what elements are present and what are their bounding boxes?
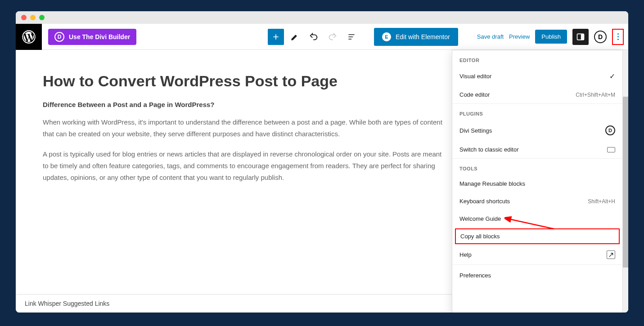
close-window-button[interactable] — [21, 15, 27, 20]
divi-icon: D — [54, 32, 64, 42]
document-overview-button[interactable] — [343, 29, 360, 45]
link-whisper-panel[interactable]: Link Whisper Suggested Links — [16, 294, 454, 313]
minimize-window-button[interactable] — [30, 15, 36, 20]
undo-button[interactable] — [306, 29, 322, 45]
elementor-button[interactable]: E Edit with Elementor — [374, 28, 458, 46]
menu-item-switch-classic[interactable]: Switch to classic editor — [452, 141, 622, 158]
more-options-button[interactable] — [612, 29, 624, 45]
menu-shortcut: Shift+Alt+H — [588, 198, 615, 205]
menu-item-label: Preferences — [459, 272, 491, 279]
undo-icon — [309, 32, 319, 42]
post-paragraph[interactable]: When working with WordPress, it's import… — [43, 116, 448, 140]
menu-section-editor: EDITOR — [452, 50, 622, 67]
redo-icon — [328, 32, 338, 42]
link-whisper-label: Link Whisper Suggested Links — [25, 300, 109, 307]
browser-window: D Use The Divi Builder E Edit with Ele — [16, 11, 628, 313]
menu-item-welcome-guide[interactable]: Welcome Guide — [452, 210, 622, 228]
window-titlebar — [16, 11, 628, 24]
maximize-window-button[interactable] — [39, 15, 45, 20]
menu-item-code-editor[interactable]: Code editor Ctrl+Shift+Alt+M — [452, 86, 622, 103]
edit-mode-button[interactable] — [287, 29, 303, 45]
menu-section-plugins: PLUGINS — [452, 104, 622, 120]
right-tools: Save draft Preview Publish D — [477, 29, 624, 45]
keyboard-icon — [607, 147, 615, 152]
settings-panel-button[interactable] — [572, 29, 589, 45]
svg-rect-2 — [581, 34, 584, 40]
kebab-dot — [617, 39, 619, 40]
menu-item-label: Code editor — [459, 91, 490, 98]
menu-section-tools: TOOLS — [452, 159, 622, 175]
menu-shortcut: Ctrl+Shift+Alt+M — [576, 92, 615, 98]
publish-button[interactable]: Publish — [535, 30, 567, 44]
menu-item-label: Switch to classic editor — [459, 146, 519, 153]
more-options-menu: EDITOR Visual editor Code editor Ctrl+Sh… — [452, 50, 623, 313]
editor-toolbar: D Use The Divi Builder E Edit with Ele — [16, 24, 628, 50]
elementor-icon: E — [382, 32, 391, 41]
list-icon — [347, 32, 356, 41]
divi-builder-button[interactable]: D Use The Divi Builder — [48, 29, 136, 45]
menu-item-label: Copy all blocks — [460, 233, 500, 240]
divi-button-label: Use The Divi Builder — [69, 33, 130, 40]
divi-icon: D — [605, 125, 615, 135]
menu-item-help[interactable]: Help — [452, 245, 622, 264]
kebab-dot — [617, 36, 619, 37]
save-draft-button[interactable]: Save draft — [477, 33, 504, 40]
external-link-icon — [607, 250, 615, 259]
preview-button[interactable]: Preview — [509, 33, 530, 40]
elementor-button-label: Edit with Elementor — [396, 33, 450, 40]
menu-item-label: Manage Reusable blocks — [459, 180, 525, 187]
sidebar-icon — [576, 32, 585, 41]
redo-button[interactable] — [324, 29, 341, 45]
menu-item-label: Divi Settings — [459, 127, 492, 134]
menu-item-label: Welcome Guide — [459, 215, 501, 222]
menu-item-manage-reusable[interactable]: Manage Reusable blocks — [452, 175, 622, 192]
menu-item-keyboard-shortcuts[interactable]: Keyboard shortcuts Shift+Alt+H — [452, 192, 622, 210]
menu-item-label: Help — [459, 251, 472, 258]
menu-item-label: Keyboard shortcuts — [459, 198, 510, 205]
menu-item-label: Visual editor — [459, 73, 491, 80]
wordpress-logo[interactable] — [16, 24, 42, 50]
scrollbar-thumb[interactable] — [623, 97, 628, 268]
post-paragraph[interactable]: A post is typically used for blog entrie… — [43, 148, 448, 184]
plus-icon — [271, 32, 280, 41]
kebab-dot — [617, 33, 619, 35]
menu-item-copy-all-blocks[interactable]: Copy all blocks — [455, 228, 620, 244]
menu-item-divi-settings[interactable]: Divi Settings D — [452, 120, 622, 141]
add-block-button[interactable] — [268, 29, 284, 45]
pencil-icon — [290, 32, 299, 41]
center-tools: E Edit with Elementor — [268, 28, 458, 46]
check-icon — [609, 72, 615, 80]
divi-settings-icon-button[interactable]: D — [594, 31, 607, 43]
menu-item-visual-editor[interactable]: Visual editor — [452, 67, 622, 86]
wordpress-icon — [22, 30, 36, 44]
menu-item-preferences[interactable]: Preferences — [452, 265, 622, 284]
